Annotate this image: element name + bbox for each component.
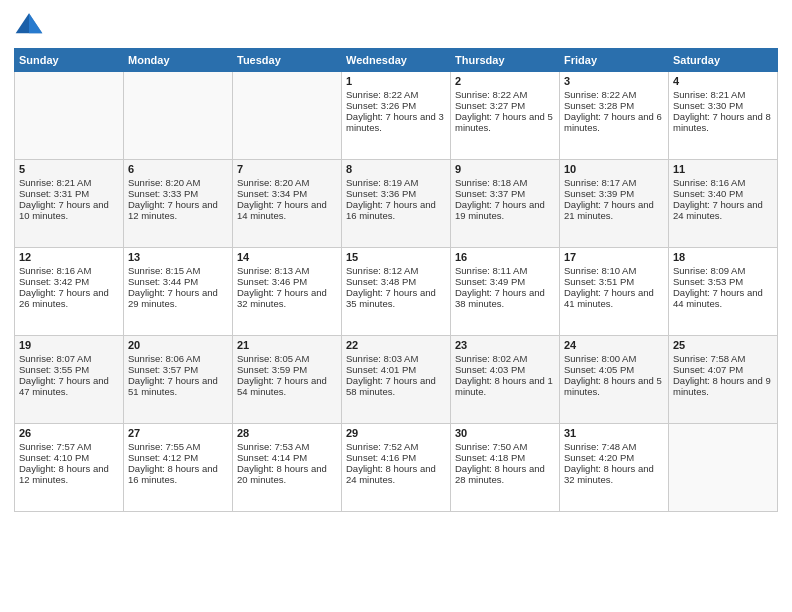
weekday-header-row: SundayMondayTuesdayWednesdayThursdayFrid… (15, 49, 778, 72)
day-number: 9 (455, 163, 555, 175)
day-number: 19 (19, 339, 119, 351)
calendar-cell: 29Sunrise: 7:52 AMSunset: 4:16 PMDayligh… (342, 424, 451, 512)
calendar-cell (233, 72, 342, 160)
weekday-header-tuesday: Tuesday (233, 49, 342, 72)
header (14, 10, 778, 40)
weekday-header-wednesday: Wednesday (342, 49, 451, 72)
calendar-cell: 23Sunrise: 8:02 AMSunset: 4:03 PMDayligh… (451, 336, 560, 424)
svg-marker-1 (29, 13, 42, 33)
day-number: 18 (673, 251, 773, 263)
calendar-cell: 10Sunrise: 8:17 AMSunset: 3:39 PMDayligh… (560, 160, 669, 248)
day-number: 26 (19, 427, 119, 439)
calendar-cell: 20Sunrise: 8:06 AMSunset: 3:57 PMDayligh… (124, 336, 233, 424)
calendar-cell (15, 72, 124, 160)
weekday-header-thursday: Thursday (451, 49, 560, 72)
day-number: 7 (237, 163, 337, 175)
calendar-cell: 25Sunrise: 7:58 AMSunset: 4:07 PMDayligh… (669, 336, 778, 424)
page: SundayMondayTuesdayWednesdayThursdayFrid… (0, 0, 792, 612)
weekday-header-saturday: Saturday (669, 49, 778, 72)
calendar-cell: 2Sunrise: 8:22 AMSunset: 3:27 PMDaylight… (451, 72, 560, 160)
calendar-cell: 11Sunrise: 8:16 AMSunset: 3:40 PMDayligh… (669, 160, 778, 248)
calendar-cell: 4Sunrise: 8:21 AMSunset: 3:30 PMDaylight… (669, 72, 778, 160)
calendar-cell: 7Sunrise: 8:20 AMSunset: 3:34 PMDaylight… (233, 160, 342, 248)
weekday-header-friday: Friday (560, 49, 669, 72)
day-number: 23 (455, 339, 555, 351)
day-number: 25 (673, 339, 773, 351)
day-number: 4 (673, 75, 773, 87)
calendar-table: SundayMondayTuesdayWednesdayThursdayFrid… (14, 48, 778, 512)
calendar-cell: 26Sunrise: 7:57 AMSunset: 4:10 PMDayligh… (15, 424, 124, 512)
week-row-2: 5Sunrise: 8:21 AMSunset: 3:31 PMDaylight… (15, 160, 778, 248)
calendar-cell: 17Sunrise: 8:10 AMSunset: 3:51 PMDayligh… (560, 248, 669, 336)
day-number: 17 (564, 251, 664, 263)
calendar-cell: 3Sunrise: 8:22 AMSunset: 3:28 PMDaylight… (560, 72, 669, 160)
calendar-cell: 16Sunrise: 8:11 AMSunset: 3:49 PMDayligh… (451, 248, 560, 336)
calendar-cell: 27Sunrise: 7:55 AMSunset: 4:12 PMDayligh… (124, 424, 233, 512)
calendar-cell: 1Sunrise: 8:22 AMSunset: 3:26 PMDaylight… (342, 72, 451, 160)
week-row-3: 12Sunrise: 8:16 AMSunset: 3:42 PMDayligh… (15, 248, 778, 336)
calendar-cell: 14Sunrise: 8:13 AMSunset: 3:46 PMDayligh… (233, 248, 342, 336)
weekday-header-sunday: Sunday (15, 49, 124, 72)
day-number: 1 (346, 75, 446, 87)
week-row-4: 19Sunrise: 8:07 AMSunset: 3:55 PMDayligh… (15, 336, 778, 424)
calendar-cell: 24Sunrise: 8:00 AMSunset: 4:05 PMDayligh… (560, 336, 669, 424)
calendar-cell: 5Sunrise: 8:21 AMSunset: 3:31 PMDaylight… (15, 160, 124, 248)
day-number: 16 (455, 251, 555, 263)
calendar-cell: 9Sunrise: 8:18 AMSunset: 3:37 PMDaylight… (451, 160, 560, 248)
logo (14, 10, 48, 40)
day-number: 24 (564, 339, 664, 351)
week-row-5: 26Sunrise: 7:57 AMSunset: 4:10 PMDayligh… (15, 424, 778, 512)
calendar-cell: 28Sunrise: 7:53 AMSunset: 4:14 PMDayligh… (233, 424, 342, 512)
calendar-cell: 12Sunrise: 8:16 AMSunset: 3:42 PMDayligh… (15, 248, 124, 336)
day-number: 21 (237, 339, 337, 351)
day-number: 31 (564, 427, 664, 439)
day-number: 22 (346, 339, 446, 351)
day-number: 27 (128, 427, 228, 439)
calendar-cell: 22Sunrise: 8:03 AMSunset: 4:01 PMDayligh… (342, 336, 451, 424)
day-number: 14 (237, 251, 337, 263)
weekday-header-monday: Monday (124, 49, 233, 72)
calendar-cell: 30Sunrise: 7:50 AMSunset: 4:18 PMDayligh… (451, 424, 560, 512)
day-number: 28 (237, 427, 337, 439)
calendar-cell: 8Sunrise: 8:19 AMSunset: 3:36 PMDaylight… (342, 160, 451, 248)
calendar-cell: 21Sunrise: 8:05 AMSunset: 3:59 PMDayligh… (233, 336, 342, 424)
calendar-cell: 31Sunrise: 7:48 AMSunset: 4:20 PMDayligh… (560, 424, 669, 512)
calendar-cell (124, 72, 233, 160)
day-number: 5 (19, 163, 119, 175)
week-row-1: 1Sunrise: 8:22 AMSunset: 3:26 PMDaylight… (15, 72, 778, 160)
day-number: 12 (19, 251, 119, 263)
day-number: 8 (346, 163, 446, 175)
calendar-cell: 6Sunrise: 8:20 AMSunset: 3:33 PMDaylight… (124, 160, 233, 248)
calendar-cell: 18Sunrise: 8:09 AMSunset: 3:53 PMDayligh… (669, 248, 778, 336)
calendar-cell: 13Sunrise: 8:15 AMSunset: 3:44 PMDayligh… (124, 248, 233, 336)
day-number: 2 (455, 75, 555, 87)
logo-icon (14, 10, 44, 40)
day-number: 3 (564, 75, 664, 87)
day-number: 15 (346, 251, 446, 263)
day-number: 10 (564, 163, 664, 175)
calendar-cell: 19Sunrise: 8:07 AMSunset: 3:55 PMDayligh… (15, 336, 124, 424)
day-number: 20 (128, 339, 228, 351)
day-number: 6 (128, 163, 228, 175)
day-number: 11 (673, 163, 773, 175)
calendar-cell: 15Sunrise: 8:12 AMSunset: 3:48 PMDayligh… (342, 248, 451, 336)
day-number: 30 (455, 427, 555, 439)
day-number: 13 (128, 251, 228, 263)
day-number: 29 (346, 427, 446, 439)
calendar-cell (669, 424, 778, 512)
